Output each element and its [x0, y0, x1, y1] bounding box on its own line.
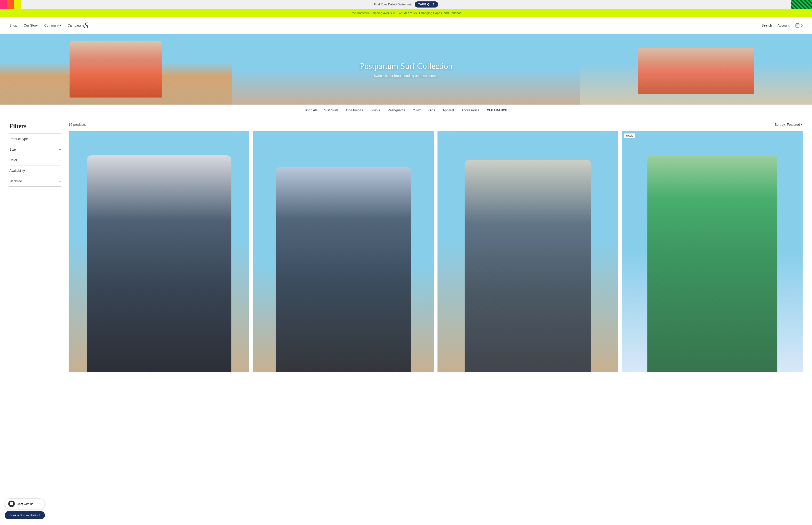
cart-count: 0: [801, 24, 802, 27]
filter-neckline-expand[interactable]: +: [59, 179, 61, 183]
cat-one-pieces[interactable]: One Pieces: [346, 108, 363, 112]
product-grid: SALE: [68, 131, 802, 372]
shipping-banner: Free Domestic Shipping over $50. Exclude…: [0, 9, 812, 17]
cat-yulex[interactable]: Yulex: [413, 108, 421, 112]
hero-center-text: Postpartum Surf Collection Swimsuits for…: [360, 61, 452, 77]
main-nav: Shop Our Story Community Campaigns S Sea…: [0, 17, 812, 34]
cat-girls[interactable]: Girls: [428, 108, 435, 112]
filter-size[interactable]: Size +: [10, 144, 61, 155]
product-card-1[interactable]: [68, 131, 249, 372]
take-quiz-button[interactable]: TAKE QUIZ: [415, 1, 438, 7]
nav-shop[interactable]: Shop: [10, 24, 17, 27]
corner-decoration-right: [791, 0, 812, 9]
sort-dropdown[interactable]: Featured ▾: [787, 123, 802, 126]
corner-yellow: [14, 0, 21, 9]
product-card-3[interactable]: [438, 131, 618, 372]
hero-panel-center: Postpartum Surf Collection Swimsuits for…: [232, 34, 580, 105]
chevron-down-icon: ▾: [801, 123, 802, 126]
cat-clearance[interactable]: CLEARANCE: [487, 108, 507, 112]
product-image-2: [253, 131, 434, 372]
hero-subtitle: Swimsuits for breastfeeding and new moms…: [360, 74, 452, 77]
corner-decoration-left: [0, 0, 21, 9]
products-area: 16 products Sort by Featured ▾: [68, 116, 802, 372]
svg-text:S: S: [84, 21, 88, 30]
product-image-1: [68, 131, 249, 372]
filter-availability-expand[interactable]: +: [59, 169, 61, 172]
nav-our-story[interactable]: Our Story: [24, 24, 38, 27]
filters-sidebar: Filters Product type + Size + Color + Av…: [10, 116, 61, 372]
nav-left: Shop Our Story Community Campaigns: [10, 24, 84, 27]
filter-neckline[interactable]: Neckline +: [10, 176, 61, 186]
cat-apparel[interactable]: Apparel: [443, 108, 454, 112]
filter-product-type[interactable]: Product type +: [10, 134, 61, 144]
products-header: 16 products Sort by Featured ▾: [68, 123, 802, 126]
nav-search[interactable]: Search: [762, 24, 772, 27]
category-nav: Shop All Surf Suits One Pieces Bikinis R…: [0, 105, 812, 116]
shipping-text: Free Domestic Shipping over $50. Exclude…: [350, 11, 462, 15]
sort-by-container[interactable]: Sort by Featured ▾: [775, 123, 802, 126]
hero-title: Postpartum Surf Collection: [360, 61, 452, 71]
filter-color-expand[interactable]: +: [59, 158, 61, 162]
filter-size-expand[interactable]: +: [59, 148, 61, 151]
filter-product-type-label: Product type: [10, 137, 28, 141]
hero-banner: Postpartum Surf Collection Swimsuits for…: [0, 34, 812, 105]
sort-label: Sort by: [775, 123, 785, 126]
filter-color-label: Color: [10, 158, 17, 162]
corner-pink: [0, 0, 7, 9]
hero-panel-right: [580, 34, 812, 105]
filter-color[interactable]: Color +: [10, 155, 61, 165]
products-count: 16 products: [68, 123, 86, 126]
cart-button[interactable]: 0: [795, 23, 802, 28]
nav-account[interactable]: Account: [778, 24, 790, 27]
hero-panel-left: [0, 34, 232, 105]
cat-shop-all[interactable]: Shop All: [305, 108, 317, 112]
hero-image-left: [0, 34, 232, 105]
filter-neckline-label: Neckline: [10, 179, 22, 183]
corner-pattern: [791, 0, 812, 9]
nav-community[interactable]: Community: [44, 24, 61, 27]
product-card-4[interactable]: SALE: [622, 131, 802, 372]
top-promo-bar: Find Your Perfect Swim Suit TAKE QUIZ: [0, 0, 812, 9]
filter-size-label: Size: [10, 148, 16, 151]
cat-surf-suits[interactable]: Surf Suits: [324, 108, 339, 112]
product-image-4: SALE: [622, 131, 802, 372]
product-image-3: [438, 131, 618, 372]
filter-product-type-expand[interactable]: +: [59, 137, 61, 141]
site-logo[interactable]: S: [84, 20, 93, 31]
cat-bikinis[interactable]: Bikinis: [370, 108, 380, 112]
quiz-text: Find Your Perfect Swim Suit: [374, 3, 412, 6]
nav-campaigns[interactable]: Campaigns: [67, 24, 84, 27]
quiz-container: Find Your Perfect Swim Suit TAKE QUIZ: [374, 1, 438, 7]
filter-availability-label: Availability: [10, 169, 25, 172]
main-content: Filters Product type + Size + Color + Av…: [0, 116, 812, 372]
cat-accessories[interactable]: Accessories: [461, 108, 479, 112]
corner-orange: [7, 0, 14, 9]
cat-rashguards[interactable]: Rashguards: [387, 108, 405, 112]
hero-image-right: [580, 34, 812, 105]
nav-right: Search Account 0: [762, 23, 802, 28]
filter-availability[interactable]: Availability +: [10, 165, 61, 176]
product-card-2[interactable]: [253, 131, 434, 372]
filters-title: Filters: [10, 123, 61, 130]
sale-badge: SALE: [624, 134, 635, 138]
